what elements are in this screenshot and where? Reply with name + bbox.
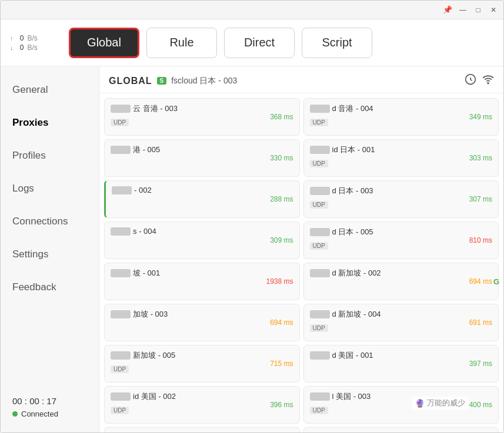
- proxy-name-suffix: d 日本 - 003: [332, 186, 373, 196]
- sidebar-item-proxies[interactable]: Proxies: [1, 106, 99, 139]
- sidebar: General Proxies Profiles Logs Connection…: [1, 66, 99, 432]
- proxy-latency: 715 ms: [270, 360, 293, 368]
- sidebar-bottom: 00 : 00 : 17 Connected: [1, 389, 99, 425]
- proxy-latency: 1938 ms: [266, 277, 293, 286]
- connection-status: Connected: [12, 409, 87, 418]
- proxy-name-blur: ████: [111, 351, 131, 360]
- mode-rule-button[interactable]: Rule: [146, 28, 217, 58]
- proxy-card[interactable]: ████d 日本 - 003UDP307 ms: [303, 180, 499, 218]
- proxy-latency: 307 ms: [469, 195, 492, 203]
- proxy-name-blur: ████: [310, 146, 330, 154]
- connected-dot-icon: [12, 411, 18, 417]
- proxy-card[interactable]: ████加坡 - 003694 ms: [104, 304, 300, 341]
- proxy-name-suffix: 加坡 - 003: [133, 309, 168, 320]
- header-icons: [465, 73, 494, 88]
- proxy-card[interactable]: ████t 英国 - 002Tr611 ms: [303, 427, 499, 432]
- title-bar: 📌 — □ ✕: [1, 1, 503, 19]
- proxy-name: ████云 音港 - 003: [111, 103, 293, 114]
- minimize-button[interactable]: —: [458, 5, 468, 15]
- proxy-name: ████d 新加坡 - 004: [310, 309, 493, 320]
- proxy-name-blur: ████: [111, 105, 131, 113]
- proxy-name-blur: ████: [111, 227, 131, 236]
- content-header: GLOBAL S fscloud 日本 - 003: [99, 66, 503, 93]
- proxy-card[interactable]: ████id 日本 - 001UDP303 ms: [303, 139, 499, 177]
- proxy-name-suffix: l 美国 - 003: [332, 391, 371, 402]
- proxy-name-blur: ████: [112, 186, 132, 194]
- proxy-name-blur: ████: [310, 392, 330, 401]
- proxy-name-blur: ████: [111, 269, 131, 277]
- download-arrow-icon: ↓: [10, 44, 14, 51]
- proxy-latency: 810 ms: [469, 236, 492, 244]
- proxy-card[interactable]: ████坡 - 0011938 ms: [104, 263, 300, 300]
- mode-direct-button[interactable]: Direct: [224, 28, 295, 58]
- pin-button[interactable]: 📌: [442, 5, 453, 15]
- proxy-name-blur: ████: [310, 187, 330, 195]
- proxy-badge: UDP: [111, 119, 129, 126]
- proxy-card[interactable]: ████港 - 005330 ms: [104, 139, 300, 177]
- proxy-latency: 349 ms: [469, 113, 492, 121]
- proxy-latency: 397 ms: [469, 360, 492, 368]
- sidebar-item-feedback[interactable]: Feedback: [1, 271, 99, 304]
- proxy-badge: UDP: [310, 407, 328, 414]
- wifi-icon-button[interactable]: [482, 73, 494, 88]
- proxy-badge: UDP: [310, 119, 328, 126]
- proxy-name-suffix: d 音港 - 004: [332, 103, 373, 114]
- proxy-latency: 691 ms: [469, 318, 492, 327]
- proxy-badge: UDP: [111, 365, 129, 373]
- proxy-name-blur: ████: [310, 228, 330, 236]
- proxy-name: ████d 音港 - 004: [310, 103, 493, 114]
- proxy-name-suffix: 云 音港 - 003: [133, 103, 178, 114]
- proxy-card[interactable]: ████- 002288 ms: [104, 180, 300, 218]
- sidebar-item-profiles[interactable]: Profiles: [1, 139, 99, 172]
- mode-script-button[interactable]: Script: [302, 28, 372, 58]
- sidebar-item-general[interactable]: General: [1, 73, 99, 106]
- proxy-card[interactable]: ████云 音港 - 003UDP368 ms: [104, 98, 300, 136]
- proxy-name-suffix: d 日本 - 005: [332, 227, 373, 237]
- watermark-text: 万能的威少: [427, 398, 465, 408]
- proxy-latency: 303 ms: [469, 154, 492, 162]
- mode-bar: ↑ 0 B/s ↓ 0 B/s Global Rule Direct Scrip…: [1, 19, 503, 66]
- proxy-card[interactable]: ████d 音港 - 004UDP349 ms: [303, 98, 499, 136]
- app-window: 📌 — □ ✕ ↑ 0 B/s ↓ 0 B/s Global Rule Dire…: [0, 0, 504, 433]
- proxy-name: ████加坡 - 003: [111, 309, 293, 320]
- content-subtitle: fscloud 日本 - 003: [171, 76, 237, 86]
- proxy-card[interactable]: ████d 新加坡 - 002694 msG: [303, 263, 499, 300]
- speed-test-button[interactable]: [465, 73, 476, 88]
- content-title: GLOBAL: [109, 76, 152, 86]
- proxy-name-blur: ████: [310, 351, 330, 360]
- content-badge: S: [157, 77, 167, 85]
- sidebar-item-connections[interactable]: Connections: [1, 205, 99, 238]
- proxy-card[interactable]: ████d 日本 - 005UDP810 ms: [303, 221, 499, 259]
- proxy-card[interactable]: ████d 新加坡 - 004UDP691 ms: [303, 304, 499, 341]
- connected-label: Connected: [21, 409, 58, 418]
- proxy-card[interactable]: ████新加坡 - 005UDP715 ms: [104, 345, 300, 382]
- proxy-name-suffix: d 美国 - 001: [332, 350, 373, 361]
- proxy-name-blur: ████: [310, 269, 330, 277]
- proxy-card[interactable]: ████s - 004309 ms: [104, 221, 300, 259]
- proxy-card[interactable]: ████ud 英国 - 001611 ms: [104, 427, 300, 432]
- proxy-badge: UDP: [310, 201, 328, 209]
- proxy-latency: 368 ms: [270, 113, 293, 121]
- timer-display: 00 : 00 : 17: [12, 396, 87, 406]
- upload-unit: B/s: [28, 34, 38, 42]
- proxy-card[interactable]: ████d 美国 - 001397 ms: [303, 345, 499, 382]
- proxy-latency: 309 ms: [270, 236, 293, 244]
- proxy-name: ████港 - 005: [111, 145, 293, 155]
- proxy-name-suffix: id 日本 - 001: [332, 145, 375, 155]
- content-panel: GLOBAL S fscloud 日本 - 003: [99, 66, 503, 432]
- proxy-name-suffix: id 美国 - 002: [133, 391, 176, 402]
- mode-global-button[interactable]: Global: [69, 28, 139, 58]
- watermark-icon: 🔮: [415, 399, 425, 408]
- close-button[interactable]: ✕: [488, 5, 499, 15]
- proxy-card[interactable]: ████id 美国 - 002UDP396 ms: [104, 386, 300, 424]
- sidebar-item-logs[interactable]: Logs: [1, 172, 99, 205]
- proxy-name-suffix: 新加坡 - 005: [133, 350, 175, 361]
- sidebar-item-settings[interactable]: Settings: [1, 238, 99, 271]
- proxy-card[interactable]: ████l 美国 - 003UDP400 ms: [303, 386, 499, 424]
- proxy-name-suffix: - 002: [134, 186, 152, 194]
- maximize-button[interactable]: □: [473, 5, 483, 15]
- proxy-name: ████d 新加坡 - 002: [310, 268, 493, 278]
- proxy-latency: 330 ms: [270, 154, 293, 162]
- proxy-name-blur: ████: [310, 310, 330, 318]
- stats-box: ↑ 0 B/s ↓ 0 B/s: [10, 34, 57, 52]
